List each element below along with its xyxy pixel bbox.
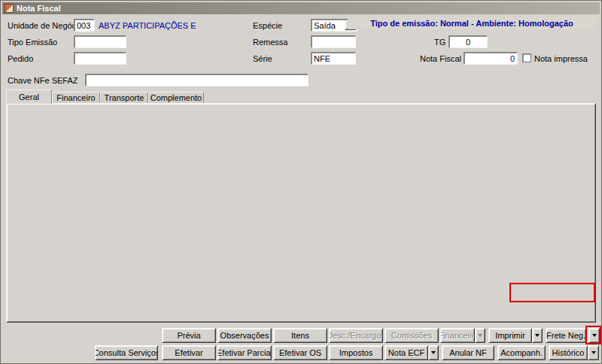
nota-ecf-button[interactable]: Nota ECF — [385, 345, 428, 360]
tab-transporte[interactable]: Transporte — [100, 92, 148, 103]
title-bar: Nota Fiscal — [2, 2, 600, 14]
tipo-emissao-field[interactable] — [74, 35, 126, 48]
tab-complemento[interactable]: Complemento — [148, 92, 204, 103]
previa-button[interactable]: Prévia — [162, 328, 216, 343]
geral-tab-panel — [6, 103, 596, 323]
unidade-negocio-code-field[interactable]: 003 — [74, 19, 95, 32]
nota-fiscal-label: Nota Fiscal — [420, 54, 461, 63]
anular-nf-button[interactable]: Anular NF — [442, 345, 494, 360]
pedido-label: Pedido — [8, 54, 33, 63]
chave-nfe-label: Chave NFe SEFAZ — [8, 76, 78, 85]
nota-ecf-dropdown-button[interactable] — [428, 345, 439, 360]
pedido-field[interactable] — [74, 52, 126, 65]
impostos-button[interactable]: Impostos — [329, 345, 383, 360]
desc-encargos-button[interactable]: Desc./Encargos — [329, 328, 383, 343]
chevron-down-icon — [478, 334, 482, 337]
tg-label: TG — [434, 38, 445, 47]
frete-neg-dropdown-button[interactable] — [588, 328, 600, 343]
financeiro-button[interactable]: Financeiro — [440, 328, 475, 343]
tipo-emissao-label: Tipo Emissão — [8, 38, 57, 47]
unidade-negocio-label: Unidade de Negócio — [8, 21, 83, 30]
consulta-servicos-button[interactable]: Consulta Serviços — [95, 345, 158, 360]
chave-nfe-field[interactable] — [85, 74, 309, 86]
tab-financeiro[interactable]: Financeiro — [52, 92, 100, 103]
historico-button[interactable]: Histórico — [549, 345, 588, 360]
financeiro-dropdown-button[interactable] — [475, 328, 485, 343]
emission-environment-banner: Tipo de emissão: Normal - Ambiente: Homo… — [348, 17, 596, 29]
nota-fiscal-number-field[interactable]: 0 — [464, 52, 518, 65]
tg-field[interactable]: 0 — [448, 35, 488, 48]
chevron-down-icon — [592, 334, 597, 337]
serie-label: Série — [253, 54, 272, 63]
unidade-negocio-name: ABYZ PARTICIPAÇÕES E — [99, 21, 196, 30]
comissoes-button[interactable]: Comissões — [385, 328, 439, 343]
chevron-down-icon — [535, 334, 540, 337]
itens-button[interactable]: Itens — [273, 328, 327, 343]
tab-geral[interactable]: Geral — [6, 89, 52, 104]
acompanh-button[interactable]: Acompanh. — [497, 345, 546, 360]
imprimir-button[interactable]: Imprimir — [488, 328, 532, 343]
remessa-field[interactable] — [311, 35, 356, 48]
historico-dropdown-button[interactable] — [588, 345, 599, 360]
efetivar-parcial-button[interactable]: Efetivar Parcial — [217, 345, 272, 360]
efetivar-os-button[interactable]: Efetivar OS — [273, 345, 327, 360]
observacoes-button[interactable]: Observações — [217, 328, 272, 343]
nota-impressa-label: Nota impressa — [534, 54, 588, 63]
window-title: Nota Fiscal — [17, 4, 61, 13]
serie-field[interactable]: NFE — [311, 52, 356, 65]
especie-label: Espécie — [253, 21, 282, 30]
window-icon — [5, 4, 14, 13]
efetivar-button[interactable]: Efetivar — [162, 345, 216, 360]
imprimir-dropdown-button[interactable] — [532, 328, 543, 343]
chevron-down-icon — [431, 351, 436, 354]
remessa-label: Remessa — [253, 38, 287, 47]
chevron-down-icon — [591, 351, 596, 354]
frete-neg-button[interactable]: Frete Neg. — [546, 328, 586, 343]
nota-impressa-checkbox[interactable] — [522, 53, 531, 62]
